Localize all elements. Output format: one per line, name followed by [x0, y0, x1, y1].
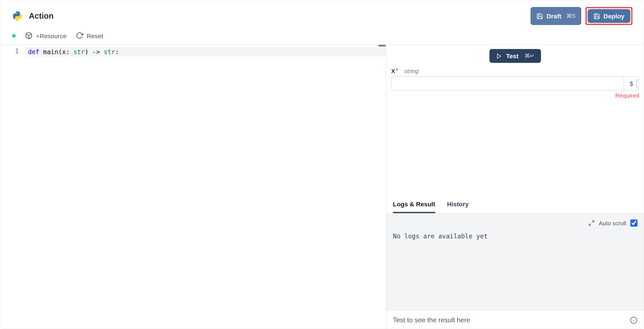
expand-icon[interactable] [588, 220, 595, 226]
logs-panel: Auto scroll No logs are available yet [386, 214, 644, 310]
logs-empty-message: No logs are available yet [393, 233, 638, 240]
deploy-highlight: Deploy [586, 7, 633, 25]
test-shortcut: ⌘↵ [525, 53, 535, 59]
reset-button[interactable]: Reset [76, 32, 103, 39]
param-block: X* string $ Required [386, 65, 644, 104]
tabs: Logs & Result History [386, 195, 644, 214]
save-icon [536, 13, 543, 19]
dollar-icon: $ [630, 80, 633, 87]
result-row: Test to see the result here [386, 310, 644, 329]
header: Action Draft ⌘S [0, 0, 644, 28]
cube-icon [25, 32, 33, 39]
param-input[interactable] [391, 76, 624, 91]
toolbar: +Resource Reset [0, 28, 644, 44]
auto-scroll-checkbox[interactable] [630, 219, 638, 227]
info-icon[interactable] [630, 316, 638, 324]
test-label: Test [506, 52, 519, 60]
code-line: def main(x: str) -> str: [28, 47, 386, 57]
code-area[interactable]: def main(x: str) -> str: [25, 45, 386, 329]
refresh-icon [76, 32, 83, 39]
auto-scroll-label: Auto scroll [599, 220, 626, 226]
deploy-label: Deploy [604, 13, 625, 20]
main: 1 def main(x: str) -> str: Test ⌘↵ [0, 45, 644, 329]
result-placeholder: Test to see the result here [393, 316, 470, 324]
reset-label: Reset [87, 32, 103, 39]
variable-picker-button[interactable]: $ [624, 76, 639, 91]
save-icon [593, 13, 600, 19]
tab-logs-result[interactable]: Logs & Result [393, 195, 435, 213]
deploy-button[interactable]: Deploy [587, 9, 630, 23]
line-gutter: 1 [0, 45, 25, 329]
test-button[interactable]: Test ⌘↵ [489, 49, 541, 63]
page-title: Action [29, 11, 53, 21]
svg-line-3 [589, 224, 591, 226]
tab-history[interactable]: History [447, 195, 469, 213]
status-dot-icon [12, 34, 16, 38]
python-icon [12, 11, 23, 21]
required-asterisk: * [396, 67, 398, 74]
play-icon [496, 53, 502, 59]
svg-marker-1 [497, 54, 501, 58]
required-label: Required [391, 92, 639, 99]
param-name: X [391, 67, 395, 74]
add-resource-button[interactable]: +Resource [25, 32, 67, 39]
editor-pane: 1 def main(x: str) -> str: [0, 45, 386, 329]
draft-shortcut: ⌘S [566, 13, 575, 19]
pane-drag-handle[interactable] [378, 45, 386, 47]
resource-label: +Resource [36, 32, 67, 39]
draft-button[interactable]: Draft ⌘S [531, 7, 581, 25]
side-pane: Test ⌘↵ X* string $ Required [386, 45, 644, 329]
draft-label: Draft [547, 13, 561, 20]
param-type: string [404, 67, 419, 74]
line-number: 1 [0, 47, 19, 55]
svg-line-2 [592, 221, 594, 222]
